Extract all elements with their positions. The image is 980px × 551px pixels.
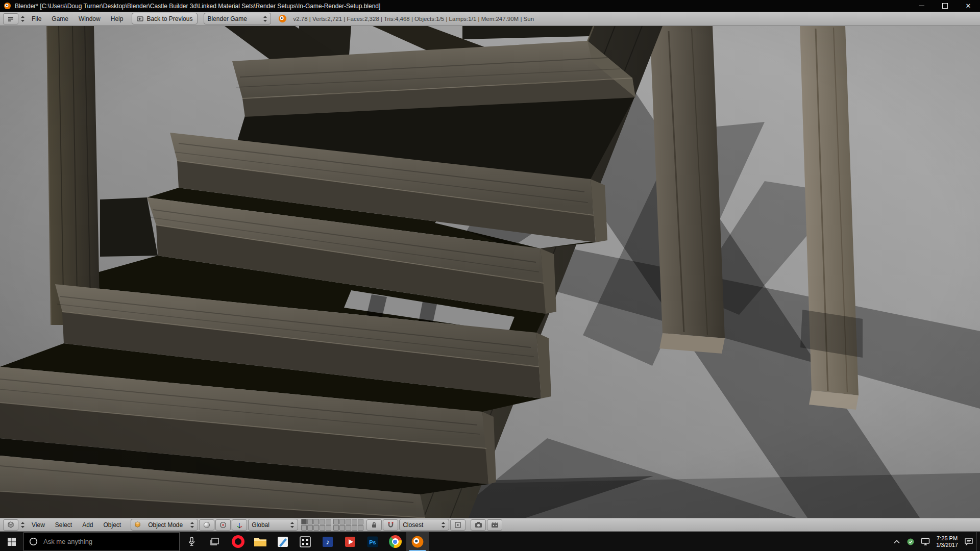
clock-date: 1/3/2017 (936, 542, 958, 548)
scene-layers (301, 519, 363, 531)
info-editor-header: File Game Window Help Back to Previous B… (0, 12, 980, 26)
task-view-button[interactable] (203, 532, 227, 551)
maximize-button[interactable] (933, 0, 957, 12)
back-to-previous-label: Back to Previous (146, 15, 192, 22)
show-desktop-edge[interactable] (976, 532, 980, 551)
vignette-overlay (0, 26, 980, 518)
layer-cell[interactable] (333, 519, 339, 524)
file-explorer-icon (254, 536, 267, 547)
viewport-3d-render[interactable] (0, 26, 980, 518)
close-icon: ✕ (966, 3, 971, 9)
tray-green-icon[interactable] (906, 538, 915, 546)
tray-chevron-icon[interactable] (893, 539, 900, 544)
tray-display-icon[interactable] (921, 538, 930, 545)
layer-cell[interactable] (307, 519, 313, 524)
shading-sphere-icon (203, 521, 210, 529)
menu-help[interactable]: Help (106, 15, 128, 22)
layer-cell[interactable] (352, 519, 357, 524)
back-arrow-icon (137, 16, 143, 22)
menu-view[interactable]: View (27, 521, 50, 529)
pivot-center-icon (219, 521, 227, 529)
snap-button[interactable] (383, 519, 398, 531)
blender-logo-icon (4, 2, 11, 10)
restore-icon (942, 3, 948, 9)
editor-type-button[interactable] (3, 13, 18, 24)
layer-cell[interactable] (339, 519, 345, 524)
start-button[interactable] (0, 532, 23, 551)
layer-cell[interactable] (301, 519, 307, 524)
back-to-previous-button[interactable]: Back to Previous (132, 13, 198, 24)
snap-target-icon (454, 521, 461, 529)
snap-element-select[interactable]: Closest (399, 519, 449, 531)
microphone-button[interactable] (180, 532, 203, 551)
menu-select[interactable]: Select (51, 521, 77, 529)
minimize-button[interactable] (910, 0, 933, 12)
minimize-icon (919, 6, 924, 6)
pivot-center-button[interactable] (215, 519, 231, 531)
photoshop-ps-glyph: Ps (369, 539, 376, 545)
object-mode-cube-icon (134, 521, 141, 528)
layer-cell[interactable] (326, 525, 331, 531)
layer-cell[interactable] (358, 519, 363, 524)
taskbar-app-grid[interactable] (294, 532, 316, 551)
taskbar-clock[interactable]: 7:25 PM 1/3/2017 (936, 535, 958, 548)
taskbar-app-notes[interactable] (272, 532, 294, 551)
menu-file[interactable]: File (27, 15, 46, 22)
manipulator-button[interactable] (232, 519, 247, 531)
layer-cell[interactable] (313, 525, 319, 531)
layer-cell[interactable] (339, 525, 345, 531)
close-button[interactable]: ✕ (957, 0, 980, 12)
taskbar-search[interactable] (23, 532, 180, 551)
render-animation-button[interactable] (487, 519, 502, 531)
taskbar-app-chrome[interactable] (384, 532, 406, 551)
editor-type-3d-icon (7, 521, 14, 529)
render-animation-icon (491, 521, 499, 528)
editor-type-info-icon (7, 15, 14, 22)
layer-cell[interactable] (346, 525, 351, 531)
viewport-shading-button[interactable] (199, 519, 214, 531)
lock-icon (371, 521, 377, 529)
orientation-select[interactable]: Global (248, 519, 298, 531)
action-center-icon[interactable] (964, 538, 973, 546)
menu-add[interactable]: Add (78, 521, 97, 529)
taskbar-app-red-ring[interactable] (227, 532, 249, 551)
layers-widget (301, 519, 331, 531)
taskbar-app-blender[interactable] (406, 532, 429, 551)
layer-cell[interactable] (313, 519, 319, 524)
layer-cell[interactable] (307, 525, 313, 531)
menu-object[interactable]: Object (99, 521, 126, 529)
clock-time: 7:25 PM (936, 535, 958, 542)
layer-cell[interactable] (320, 519, 325, 524)
snap-stepper-icon (441, 521, 446, 529)
taskbar-app-photoshop[interactable]: Ps (361, 532, 384, 551)
taskbar-app-media[interactable] (339, 532, 361, 551)
layer-cell[interactable] (358, 525, 363, 531)
menu-game[interactable]: Game (47, 15, 73, 22)
taskbar-app-music[interactable]: ♪ (316, 532, 339, 551)
mode-stepper-icon (190, 521, 194, 529)
layer-cell[interactable] (326, 519, 331, 524)
layer-cell[interactable] (352, 525, 357, 531)
snap-target-button[interactable] (450, 519, 465, 531)
cortana-circle-icon (29, 537, 38, 546)
lock-button[interactable] (366, 519, 382, 531)
render-still-button[interactable] (471, 519, 486, 531)
engine-select[interactable]: Blender Game (204, 13, 271, 24)
menu-window[interactable]: Window (74, 15, 105, 22)
search-input[interactable] (42, 537, 174, 546)
window-controls: ✕ (910, 0, 980, 12)
manipulator-axis-icon (236, 521, 243, 529)
viewport-3d[interactable] (0, 26, 980, 518)
microphone-icon (188, 537, 195, 546)
layer-cell[interactable] (301, 525, 307, 531)
orientation-select-value: Global (252, 521, 270, 529)
stepper-arrows-icon[interactable] (20, 521, 25, 529)
taskbar-app-file-explorer[interactable] (249, 532, 272, 551)
media-app-icon (344, 536, 356, 548)
layer-cell[interactable] (333, 525, 339, 531)
layer-cell[interactable] (346, 519, 351, 524)
layer-cell[interactable] (320, 525, 325, 531)
stepper-arrows-icon[interactable] (20, 15, 25, 22)
editor-type-button-3d[interactable] (3, 519, 18, 531)
mode-select[interactable]: Object Mode (131, 519, 198, 531)
